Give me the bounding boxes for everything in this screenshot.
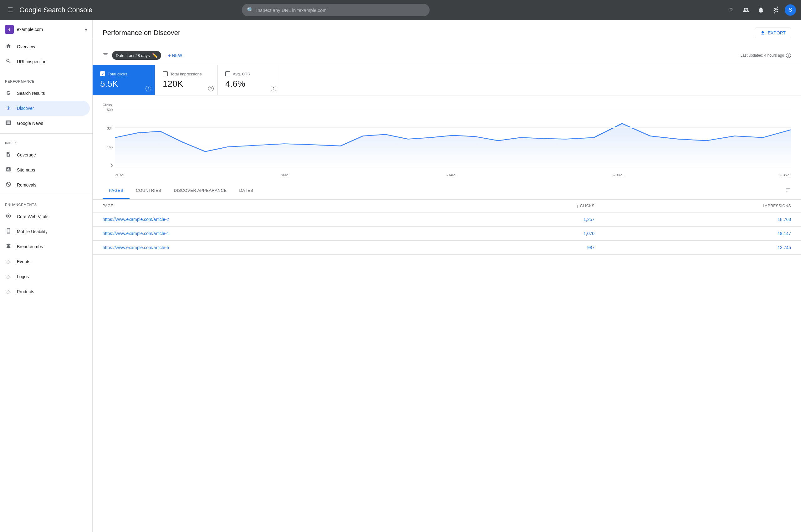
sidebar-item-discover[interactable]: ✳ Discover [0,101,90,116]
filter-icon[interactable] [103,52,108,59]
y-tick-500: 500 [103,108,115,112]
cell-clicks: 1,070 [448,227,605,241]
metric-header: Avg. CTR [225,71,272,76]
metric-label-impressions: Total impressions [170,72,202,76]
sidebar-item-label: Core Web Vitals [17,214,49,219]
accounts-button[interactable] [740,4,752,16]
sidebar-item-mobile-usability[interactable]: Mobile Usability [0,224,90,239]
sidebar-item-label: Removals [17,183,36,187]
help-button[interactable]: ? [725,4,737,16]
metric-card-avg-ctr[interactable]: Avg. CTR 4.6% ? [218,65,280,95]
sidebar-item-breadcrumbs[interactable]: Breadcrumbs [0,239,90,254]
metric-checkbox-ctr[interactable] [225,71,230,76]
new-filter-button[interactable]: + NEW [165,51,185,60]
metric-checkbox-clicks[interactable] [100,71,105,76]
x-tick-3: 2/14/21 [445,173,457,177]
discover-icon: ✳ [5,105,12,112]
sidebar-item-label: URL inspection [17,59,46,64]
tab-countries[interactable]: COUNTRIES [130,183,167,199]
cell-clicks: 1,257 [448,212,605,227]
page-link[interactable]: https://www.example.com/article-1 [103,231,169,236]
sidebar-item-label: Breadcrumbs [17,244,43,249]
export-button[interactable]: EXPORT [755,27,791,38]
removals-icon [5,182,12,189]
hamburger-icon[interactable]: ☰ [5,4,16,16]
main-layout: e example.com ▾ Overview URL inspection … [0,20,801,532]
tab-discover-appearance[interactable]: DISCOVER APPEARANCE [167,183,233,199]
logos-icon: ◇ [5,273,12,280]
property-selector[interactable]: e example.com ▾ [0,20,92,39]
sidebar-item-google-news[interactable]: Google News [0,116,90,131]
metric-checkbox-impressions[interactable] [163,71,168,76]
sidebar-item-removals[interactable]: Removals [0,177,90,192]
metric-label-ctr: Avg. CTR [233,72,250,76]
export-label: EXPORT [768,30,786,35]
metric-help-clicks[interactable]: ? [146,86,151,91]
sidebar-item-label: Google News [17,121,43,126]
page-link[interactable]: https://www.example.com/article-5 [103,245,169,250]
metric-help-ctr[interactable]: ? [271,86,276,91]
tabs-row: PAGES COUNTRIES DISCOVER APPEARANCE DATE… [93,182,801,200]
table-row: https://www.example.com/article-2 1,257 … [93,212,801,227]
x-tick-1: 2/1/21 [115,173,125,177]
date-filter-chip[interactable]: Date: Last 28 days ✏️ [112,51,161,60]
sidebar-item-label: Logos [17,274,29,279]
chart-container: Clicks 500 334 166 0 [93,95,801,182]
tab-dates[interactable]: DATES [233,183,260,199]
cell-page: https://www.example.com/article-5 [93,241,448,255]
property-icon: e [5,25,14,34]
section-header-index: Index [0,136,92,147]
metric-header: Total impressions [163,71,210,76]
search-input[interactable] [256,7,425,13]
sitemaps-icon [5,167,12,174]
col-header-impressions[interactable]: Impressions [605,200,801,212]
date-filter-label: Date: Last 28 days [116,53,150,58]
sidebar-item-coverage[interactable]: Coverage [0,147,90,163]
main-content: Performance on Discover EXPORT Date: Las… [93,20,801,532]
metrics-row: Total clicks 5.5K ? Total impressions 12… [93,65,801,95]
notifications-button[interactable] [755,4,767,16]
last-updated-help-icon[interactable]: ? [786,53,791,58]
y-tick-0: 0 [103,164,115,167]
metric-label-clicks: Total clicks [108,72,127,76]
app-name: Google Search Console [19,6,93,14]
x-tick-2: 2/6/21 [280,173,290,177]
sidebar-item-logos[interactable]: ◇ Logos [0,269,90,284]
metric-header: Total clicks [100,71,147,76]
sidebar-item-products[interactable]: ◇ Products [0,284,90,299]
sidebar-item-search-results[interactable]: G Search results [0,86,90,101]
sidebar-item-events[interactable]: ◇ Events [0,254,90,269]
metric-value-ctr: 4.6% [225,79,272,89]
sidebar-item-label: Overview [17,44,35,49]
cell-page: https://www.example.com/article-1 [93,227,448,241]
url-search-bar[interactable]: 🔍 [242,4,430,16]
table-filter-icon[interactable] [785,182,791,200]
sidebar-item-sitemaps[interactable]: Sitemaps [0,163,90,177]
sidebar-item-label: Discover [17,106,34,111]
metric-card-total-impressions[interactable]: Total impressions 120K ? [155,65,218,95]
table-header: Page ↓ Clicks Impressions [93,200,801,212]
sidebar-item-label: Search results [17,91,45,96]
page-link[interactable]: https://www.example.com/article-2 [103,217,169,222]
metric-card-total-clicks[interactable]: Total clicks 5.5K ? [93,65,155,95]
sidebar-item-url-inspection[interactable]: URL inspection [0,54,90,69]
breadcrumbs-icon [5,243,12,250]
apps-button[interactable] [770,4,782,16]
metric-value-clicks: 5.5K [100,79,147,89]
search-results-icon: G [5,91,12,96]
cell-clicks: 987 [448,241,605,255]
table-section: PAGES COUNTRIES DISCOVER APPEARANCE DATE… [93,182,801,255]
tab-pages[interactable]: PAGES [103,183,130,199]
svg-point-1 [7,215,9,217]
avatar[interactable]: S [785,4,796,16]
top-nav: ☰ Google Search Console 🔍 ? S [0,0,801,20]
filter-bar: Date: Last 28 days ✏️ + NEW Last updated… [93,46,801,65]
cell-impressions: 18,763 [605,212,801,227]
cell-page: https://www.example.com/article-2 [93,212,448,227]
col-header-clicks[interactable]: ↓ Clicks [448,200,605,212]
sidebar-item-overview[interactable]: Overview [0,39,90,54]
metric-help-impressions[interactable]: ? [208,86,214,91]
x-tick-5: 2/28/21 [779,173,791,177]
sidebar-item-core-web-vitals[interactable]: Core Web Vitals [0,209,90,224]
page-header: Performance on Discover EXPORT [93,20,801,46]
